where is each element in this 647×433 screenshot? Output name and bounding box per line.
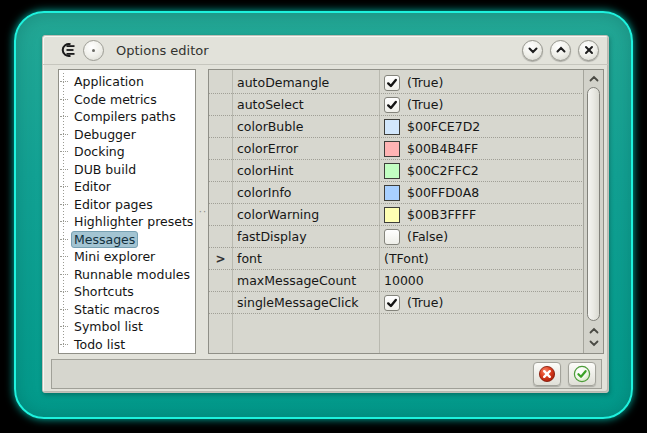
sidebar-item-code-metrics[interactable]: Code metrics xyxy=(59,91,195,109)
sidebar-item-label: DUB build xyxy=(71,162,139,177)
sidebar-tree[interactable]: ApplicationCode metricsCompilers pathsDe… xyxy=(58,69,196,354)
sidebar-item-highlighter-presets[interactable]: Highlighter presets xyxy=(59,213,195,231)
close-button[interactable] xyxy=(578,40,599,61)
sidebar-item-label: Compilers paths xyxy=(71,109,179,124)
sidebar-item-dub-build[interactable]: DUB build xyxy=(59,161,195,179)
unshade-button[interactable] xyxy=(550,40,571,61)
property-value[interactable]: (True) xyxy=(379,97,582,113)
sidebar-item-mini-explorer[interactable]: Mini explorer xyxy=(59,248,195,266)
property-row-autoselect[interactable]: autoSelect(True) xyxy=(209,94,582,116)
property-row-colorerror[interactable]: colorError$00B4B4FF xyxy=(209,138,582,160)
chevron-up-icon xyxy=(555,44,567,56)
tree-branch-icon xyxy=(60,151,68,152)
chevron-up-icon xyxy=(588,74,600,83)
footer-panel xyxy=(51,359,602,389)
sidebar-item-label: Runnable modules xyxy=(71,267,193,282)
property-value[interactable]: $00B3FFFF xyxy=(379,207,582,223)
sidebar-item-label: Application xyxy=(71,74,147,89)
sidebar-item-application[interactable]: Application xyxy=(59,73,195,91)
accept-button[interactable] xyxy=(568,362,596,386)
color-swatch[interactable] xyxy=(384,141,400,157)
scroll-up-button-bottom[interactable] xyxy=(586,324,601,337)
checkmark-icon xyxy=(386,77,398,89)
property-row-colorinfo[interactable]: colorInfo$00FFD0A8 xyxy=(209,182,582,204)
checkbox-checked[interactable] xyxy=(384,295,400,311)
sidebar-item-label: Symbol list xyxy=(71,319,146,334)
property-name: colorHint xyxy=(232,163,379,178)
desktop-background: Options editor ApplicationCode metricsCo… xyxy=(0,0,647,433)
splitter[interactable]: ·· xyxy=(198,69,208,354)
shade-button[interactable] xyxy=(522,40,543,61)
tree-branch-icon xyxy=(60,239,68,240)
color-swatch[interactable] xyxy=(384,119,400,135)
sidebar-item-editor-pages[interactable]: Editor pages xyxy=(59,196,195,214)
window-frame: Options editor ApplicationCode metricsCo… xyxy=(14,11,633,419)
property-name: singleMessageClick xyxy=(232,295,379,310)
property-grid[interactable]: autoDemangle(True)autoSelect(True)colorB… xyxy=(208,69,604,354)
chevron-up-icon xyxy=(588,326,600,335)
sidebar-item-docking[interactable]: Docking xyxy=(59,143,195,161)
property-value-text: $00B3FFFF xyxy=(407,207,476,222)
property-value[interactable]: 10000 xyxy=(379,273,582,288)
property-value[interactable]: (False) xyxy=(379,229,582,245)
window-menu-button[interactable] xyxy=(83,40,104,61)
color-swatch[interactable] xyxy=(384,163,400,179)
color-swatch[interactable] xyxy=(384,185,400,201)
tree-branch-icon xyxy=(60,81,68,82)
sidebar-item-label: Code metrics xyxy=(71,92,160,107)
property-name: colorBuble xyxy=(232,119,379,134)
checkbox-checked[interactable] xyxy=(384,75,400,91)
tree-branch-icon xyxy=(60,274,68,275)
tree-branch-icon xyxy=(60,309,68,310)
property-row-maxmessagecount[interactable]: maxMessageCount10000 xyxy=(209,270,582,292)
property-row-font[interactable]: >font(TFont) xyxy=(209,248,582,270)
sidebar-item-messages[interactable]: Messages xyxy=(59,231,195,249)
property-value-text: (True) xyxy=(407,295,443,310)
sidebar-item-todo-list[interactable]: Todo list xyxy=(59,336,195,354)
property-value[interactable]: (True) xyxy=(379,75,582,91)
chevron-down-icon xyxy=(588,339,600,348)
property-value-text: $00B4B4FF xyxy=(407,141,478,156)
property-name: autoSelect xyxy=(232,97,379,112)
property-value[interactable]: $00FFD0A8 xyxy=(379,185,582,201)
sidebar-item-runnable-modules[interactable]: Runnable modules xyxy=(59,266,195,284)
expand-arrow-icon[interactable]: > xyxy=(209,252,232,266)
property-name: font xyxy=(232,251,379,266)
sidebar-item-editor[interactable]: Editor xyxy=(59,178,195,196)
sidebar-item-shortcuts[interactable]: Shortcuts xyxy=(59,283,195,301)
sidebar-item-compilers-paths[interactable]: Compilers paths xyxy=(59,108,195,126)
sidebar-item-symbol-list[interactable]: Symbol list xyxy=(59,318,195,336)
sidebar-item-label: Editor xyxy=(71,179,114,194)
property-row-singlemessageclick[interactable]: singleMessageClick(True) xyxy=(209,292,582,314)
property-row-colorhint[interactable]: colorHint$00C2FFC2 xyxy=(209,160,582,182)
property-row-fastdisplay[interactable]: fastDisplay(False) xyxy=(209,226,582,248)
sidebar-item-static-macros[interactable]: Static macros xyxy=(59,301,195,319)
checkbox-unchecked[interactable] xyxy=(384,229,400,245)
tree-branch-icon xyxy=(60,291,68,292)
titlebar[interactable]: Options editor xyxy=(43,36,608,65)
scroll-down-button[interactable] xyxy=(586,337,601,350)
scroll-up-button[interactable] xyxy=(586,72,601,85)
checkbox-checked[interactable] xyxy=(384,97,400,113)
property-name: fastDisplay xyxy=(232,229,379,244)
sidebar-item-debugger[interactable]: Debugger xyxy=(59,126,195,144)
scrollbar-thumb[interactable] xyxy=(587,87,600,321)
property-value[interactable]: (True) xyxy=(379,295,582,311)
sidebar-item-label: Shortcuts xyxy=(71,284,137,299)
cancel-button[interactable] xyxy=(533,362,561,386)
property-row-autodemangle[interactable]: autoDemangle(True) xyxy=(209,72,582,94)
color-swatch[interactable] xyxy=(384,207,400,223)
property-value[interactable]: (TFont) xyxy=(379,251,582,266)
sidebar-item-label: Highlighter presets xyxy=(71,214,196,229)
property-value[interactable]: $00C2FFC2 xyxy=(379,163,582,179)
titlebar-buttons xyxy=(522,40,599,61)
grid-vertical-scrollbar[interactable] xyxy=(583,70,603,353)
sidebar-item-label: Debugger xyxy=(71,127,139,142)
tree-branch-icon xyxy=(60,116,68,117)
property-value[interactable]: $00FCE7D2 xyxy=(379,119,582,135)
property-row-colorbuble[interactable]: colorBuble$00FCE7D2 xyxy=(209,116,582,138)
property-row-colorwarning[interactable]: colorWarning$00B3FFFF xyxy=(209,204,582,226)
tree-branch-icon xyxy=(60,169,68,170)
property-name: colorInfo xyxy=(232,185,379,200)
property-value[interactable]: $00B4B4FF xyxy=(379,141,582,157)
